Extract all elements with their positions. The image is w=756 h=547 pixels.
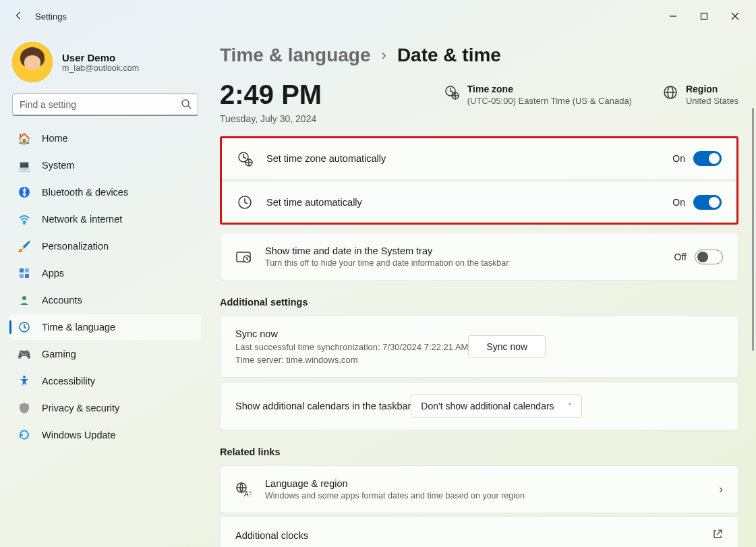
link-additional-clocks[interactable]: Additional clocks	[220, 516, 738, 547]
region-value: United States	[686, 96, 738, 106]
scrollbar[interactable]	[752, 108, 754, 351]
sidebar-item-label: Home	[42, 133, 68, 144]
sidebar-nav: 🏠Home 💻System Bluetooth & devices Networ…	[9, 125, 201, 448]
bluetooth-icon	[18, 185, 31, 199]
section-heading-additional: Additional settings	[220, 297, 738, 308]
sidebar-item-system[interactable]: 💻System	[9, 152, 201, 178]
sync-title: Sync now	[235, 328, 468, 339]
search-icon	[181, 98, 192, 111]
sync-server: Time server: time.windows.com	[235, 355, 468, 365]
sidebar-item-label: System	[42, 160, 74, 171]
timezone-value: (UTC-05:00) Eastern Time (US & Canada)	[467, 96, 632, 106]
brush-icon: 🖌️	[18, 239, 31, 253]
toggle-system-tray[interactable]	[695, 250, 723, 264]
sidebar-item-label: Network & internet	[42, 214, 122, 225]
sidebar-item-accounts[interactable]: Accounts	[9, 287, 201, 313]
user-block[interactable]: User Demo m_lab@outlook.com	[9, 38, 201, 92]
sidebar-item-personalization[interactable]: 🖌️Personalization	[9, 233, 201, 259]
svg-point-7	[24, 223, 25, 224]
sidebar-item-label: Accounts	[42, 295, 82, 306]
sidebar-item-gaming[interactable]: 🎮Gaming	[9, 341, 201, 367]
sidebar-item-network[interactable]: Network & internet	[9, 206, 201, 232]
sidebar-item-update[interactable]: Windows Update	[9, 422, 201, 448]
clock-icon	[237, 194, 253, 210]
titlebar: Settings	[0, 0, 756, 32]
setting-auto-timezone[interactable]: Set time zone automatically On	[222, 138, 736, 179]
search-input[interactable]	[12, 93, 198, 116]
sync-last: Last successful time synchronization: 7/…	[235, 342, 468, 352]
sidebar-item-accessibility[interactable]: Accessibility	[9, 368, 201, 394]
user-email: m_lab@outlook.com	[62, 63, 139, 73]
link-title: Language & region	[265, 478, 525, 489]
timezone-info: Time zone (UTC-05:00) Eastern Time (US &…	[444, 84, 632, 106]
link-title: Additional clocks	[235, 530, 308, 541]
svg-rect-1	[701, 13, 707, 20]
breadcrumb-current: Date & time	[397, 45, 501, 66]
breadcrumb-parent[interactable]: Time & language	[220, 45, 371, 66]
back-button[interactable]	[5, 11, 32, 22]
minimize-button[interactable]	[658, 5, 689, 27]
user-name: User Demo	[62, 52, 139, 63]
chevron-right-icon: ›	[382, 47, 386, 64]
svg-point-12	[22, 296, 26, 300]
refresh-icon	[18, 428, 31, 442]
timezone-label: Time zone	[467, 84, 632, 94]
sync-now-button[interactable]: Sync now	[468, 335, 546, 358]
shield-icon	[18, 401, 31, 415]
svg-rect-9	[25, 268, 29, 272]
sidebar-item-label: Personalization	[42, 241, 109, 252]
setting-auto-time[interactable]: Set time automatically On	[222, 182, 736, 223]
sidebar-item-label: Accessibility	[42, 376, 95, 386]
clock-globe-icon	[18, 320, 31, 334]
svg-rect-11	[25, 274, 29, 278]
person-icon	[18, 293, 31, 307]
sidebar-item-time-language[interactable]: Time & language	[9, 314, 201, 340]
clock-globe-icon	[444, 85, 459, 100]
window-title: Settings	[35, 11, 67, 22]
svg-point-14	[23, 376, 26, 378]
sidebar-item-apps[interactable]: Apps	[9, 260, 201, 286]
sidebar-item-label: Bluetooth & devices	[42, 187, 128, 198]
system-icon: 💻	[18, 159, 31, 172]
setting-label: Set time automatically	[266, 197, 362, 208]
globe-icon	[663, 85, 678, 100]
chevron-down-icon: ˅	[568, 402, 572, 411]
toggle-state: On	[672, 153, 685, 164]
svg-line-5	[188, 106, 191, 109]
setting-system-tray[interactable]: Show time and date in the System tray Tu…	[220, 233, 738, 281]
panel-additional-calendars[interactable]: Show additional calendars in the taskbar…	[220, 382, 738, 430]
current-date: Tuesday, July 30, 2024	[220, 113, 322, 124]
region-label: Region	[686, 84, 738, 94]
calendars-label: Show additional calendars in the taskbar	[235, 401, 411, 411]
taskbar-clock-icon	[235, 249, 252, 265]
sidebar-item-label: Windows Update	[42, 430, 116, 440]
wifi-icon	[18, 212, 31, 226]
gamepad-icon: 🎮	[18, 347, 31, 361]
open-external-icon	[712, 529, 723, 542]
close-button[interactable]	[720, 5, 751, 27]
svg-rect-8	[20, 268, 24, 272]
sidebar: User Demo m_lab@outlook.com 🏠Home 💻Syste…	[0, 32, 209, 547]
calendars-select[interactable]: Don't show additional calendars ˅	[411, 395, 581, 418]
link-sub: Windows and some apps format dates and t…	[265, 491, 525, 500]
sidebar-item-privacy[interactable]: Privacy & security	[9, 395, 201, 421]
maximize-button[interactable]	[689, 5, 720, 27]
svg-point-4	[182, 100, 189, 107]
clock-globe-icon	[237, 150, 253, 167]
sidebar-item-label: Apps	[42, 268, 64, 279]
sidebar-item-home[interactable]: 🏠Home	[9, 125, 201, 151]
breadcrumb: Time & language › Date & time	[220, 45, 738, 66]
toggle-auto-time[interactable]	[693, 195, 722, 210]
sidebar-item-bluetooth[interactable]: Bluetooth & devices	[9, 179, 201, 205]
highlight-box: Set time zone automatically On Set time …	[220, 136, 738, 225]
apps-icon	[18, 266, 31, 280]
setting-sublabel: Turn this off to hide your time and date…	[265, 258, 508, 268]
link-language-region[interactable]: A字 Language & region Windows and some ap…	[220, 465, 738, 513]
svg-rect-10	[20, 274, 24, 278]
language-icon: A字	[235, 482, 252, 498]
clock-block: 2:49 PM Tuesday, July 30, 2024	[220, 81, 322, 124]
home-icon: 🏠	[18, 132, 31, 145]
sidebar-item-label: Gaming	[42, 349, 76, 359]
toggle-auto-timezone[interactable]	[693, 151, 722, 166]
toggle-state: Off	[674, 252, 687, 262]
